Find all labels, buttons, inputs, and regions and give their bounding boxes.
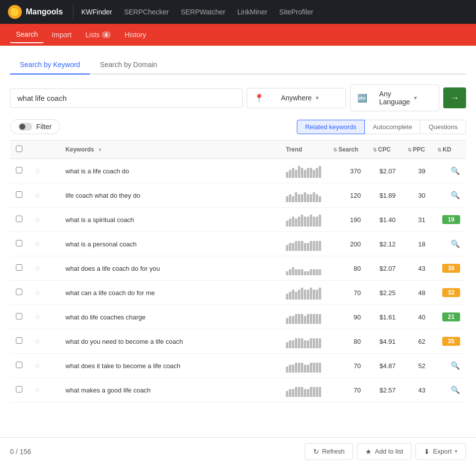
kd-cell: 🔍: [431, 354, 466, 378]
tab-related-keywords[interactable]: Related keywords: [297, 120, 365, 134]
search-volume-cell: 90: [327, 305, 367, 329]
th-cpc[interactable]: CPC: [367, 141, 402, 159]
star-icon[interactable]: ☆: [34, 313, 41, 321]
row-checkbox[interactable]: [16, 191, 22, 198]
trend-bar: [289, 219, 291, 227]
select-all-checkbox[interactable]: [16, 146, 22, 152]
trend-bar: [319, 338, 321, 348]
nav-item-kwfinder[interactable]: KWFinder: [81, 6, 112, 18]
row-checkbox[interactable]: [16, 167, 22, 173]
row-checkbox[interactable]: [16, 264, 22, 271]
trend-bar: [295, 387, 297, 397]
trend-bar: [292, 365, 294, 373]
star-cell: ☆: [28, 232, 60, 256]
trend-cell: [280, 159, 327, 183]
star-cell: ☆: [28, 354, 60, 378]
trend-bar: [316, 314, 318, 324]
trend-bar: [286, 367, 288, 373]
kd-search-icon[interactable]: 🔍: [451, 166, 460, 175]
language-icon: 🔤: [357, 93, 375, 103]
keyword-cell: what is a life coach do: [60, 159, 280, 183]
kd-search-icon[interactable]: 🔍: [451, 361, 460, 370]
kd-badge: 35: [442, 337, 460, 346]
tab-questions[interactable]: Questions: [420, 120, 466, 134]
export-chevron-icon: ▾: [455, 448, 458, 455]
subnav-import[interactable]: Import: [46, 27, 77, 43]
trend-bar: [295, 292, 297, 300]
trend-bar: [286, 318, 288, 324]
subnav-lists[interactable]: Lists 4: [79, 27, 117, 43]
subnav-search[interactable]: Search: [10, 26, 44, 43]
nav-item-serpchecker[interactable]: SERPChecker: [124, 6, 169, 18]
trend-bar: [304, 217, 306, 227]
kd-search-icon[interactable]: 🔍: [451, 239, 460, 248]
star-icon[interactable]: ☆: [34, 337, 41, 345]
cpc-cell: $1.40: [367, 208, 402, 232]
trend-bar: [304, 271, 306, 275]
row-checkbox[interactable]: [16, 313, 22, 319]
search-button[interactable]: →: [443, 87, 466, 108]
row-checkbox[interactable]: [16, 337, 22, 344]
star-cell: ☆: [28, 256, 60, 281]
language-selector[interactable]: 🔤 Any Language ▾: [350, 84, 439, 111]
kd-search-icon[interactable]: 🔍: [451, 386, 460, 394]
refresh-button[interactable]: ↻ Refresh: [305, 443, 353, 460]
export-button[interactable]: ⬇ Export ▾: [415, 443, 466, 460]
row-checkbox[interactable]: [16, 386, 22, 392]
cpc-cell: $2.07: [367, 159, 402, 183]
th-ppc[interactable]: PPC: [402, 141, 431, 159]
subnav-history[interactable]: History: [119, 27, 152, 43]
trend-bar: [289, 389, 291, 397]
tab-search-by-keyword[interactable]: Search by Keyword: [10, 56, 90, 75]
trend-bar: [295, 363, 297, 373]
filter-button[interactable]: Filter: [10, 119, 60, 134]
row-checkbox[interactable]: [16, 240, 22, 246]
row-checkbox[interactable]: [16, 362, 22, 368]
logo-area: 🟡 Mangools: [8, 5, 63, 19]
trend-bar: [298, 217, 300, 227]
cpc-cell: $1.61: [367, 305, 402, 329]
ppc-cell: 52: [402, 354, 431, 378]
keyword-cell: what makes a good life coach: [60, 378, 280, 402]
trend-bar: [319, 314, 321, 324]
keywords-table-wrapper: Keywords ▼ Trend Search CPC PPC: [10, 140, 466, 402]
th-search[interactable]: Search: [327, 141, 367, 159]
star-icon[interactable]: ☆: [34, 264, 41, 272]
add-to-list-button[interactable]: ★ Add to list: [357, 443, 411, 460]
nav-item-linkminer[interactable]: LinkMiner: [237, 6, 268, 18]
ppc-cell: 62: [402, 329, 431, 354]
tab-autocomplete[interactable]: Autocomplete: [365, 120, 421, 134]
star-icon[interactable]: ☆: [34, 362, 41, 370]
trend-bar: [307, 340, 309, 348]
keyword-cell: what do you need to become a life coach: [60, 329, 280, 354]
trend-bar: [316, 194, 318, 202]
trend-cell: [280, 354, 327, 378]
keyword-input[interactable]: [10, 88, 243, 108]
star-icon[interactable]: ☆: [34, 240, 41, 248]
row-checkbox[interactable]: [16, 216, 22, 222]
star-cell: ☆: [28, 159, 60, 183]
search-volume-cell: 70: [327, 354, 367, 378]
star-icon[interactable]: ☆: [34, 191, 41, 199]
tab-search-by-domain[interactable]: Search by Domain: [90, 56, 167, 75]
location-selector[interactable]: 📍 Anywhere ▾: [247, 88, 346, 108]
search-row: 📍 Anywhere ▾ 🔤 Any Language ▾ →: [10, 84, 466, 111]
trend-bar: [310, 194, 312, 202]
th-select-all[interactable]: [10, 141, 28, 159]
star-icon[interactable]: ☆: [34, 216, 41, 224]
trend-bar: [289, 292, 291, 300]
search-volume-cell: 370: [327, 159, 367, 183]
nav-item-siteprofiler[interactable]: SiteProfiler: [279, 6, 313, 18]
trend-bar: [295, 219, 297, 227]
ppc-cell: 40: [402, 305, 431, 329]
star-icon[interactable]: ☆: [34, 167, 41, 175]
kd-search-icon[interactable]: 🔍: [451, 191, 460, 199]
nav-item-serpwatcher[interactable]: SERPWatcher: [181, 6, 225, 18]
th-keywords[interactable]: Keywords ▼: [60, 141, 280, 159]
row-checkbox[interactable]: [16, 289, 22, 295]
th-kd[interactable]: KD: [431, 141, 466, 159]
trend-bar: [307, 217, 309, 227]
trend-bar: [292, 290, 294, 300]
star-icon[interactable]: ☆: [34, 289, 41, 297]
star-icon[interactable]: ☆: [34, 386, 41, 394]
